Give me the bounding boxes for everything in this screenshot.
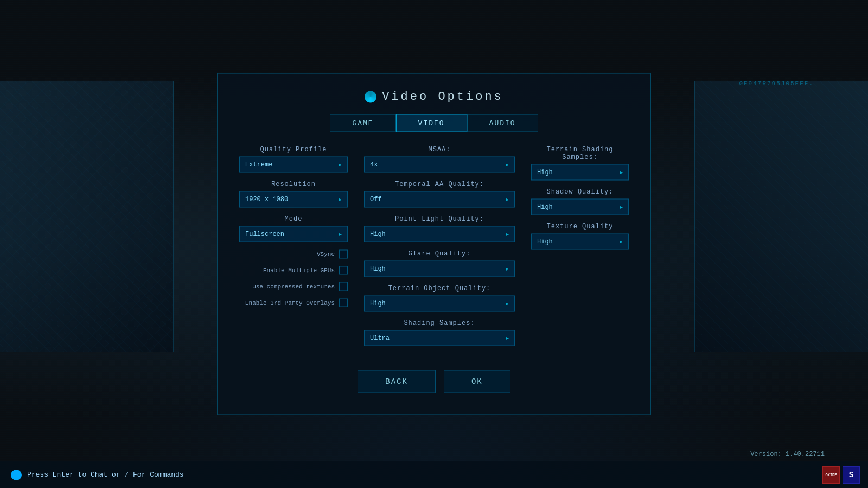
shadow-quality-value: High [537, 203, 553, 211]
tab-video[interactable]: VIDEO [396, 114, 467, 132]
tab-bar: GAME VIDEO AUDIO [239, 114, 629, 132]
quality-profile-value: Extreme [245, 161, 272, 169]
quality-profile-arrow: ▶ [339, 162, 342, 168]
resolution-arrow: ▶ [339, 196, 342, 203]
texture-quality-value: High [537, 238, 553, 246]
mode-value: Fullscreen [245, 230, 284, 238]
dialog-title: Video Options [239, 90, 629, 104]
mode-label: Mode [239, 215, 348, 223]
side-decoration-left [0, 81, 174, 352]
back-button[interactable]: Back [358, 370, 436, 393]
glare-value: High [370, 265, 386, 273]
right-column: Terrain Shading Samples: High ▶ Shadow Q… [531, 146, 629, 354]
terrain-shading-arrow: ▶ [620, 169, 623, 176]
shadow-quality-dropdown[interactable]: High ▶ [531, 199, 629, 215]
terrain-object-dropdown[interactable]: High ▶ [364, 296, 515, 312]
third-party-overlays-label: Enable 3rd Party Overlays [239, 300, 335, 306]
terrain-object-arrow: ▶ [506, 300, 509, 307]
shadow-quality-label: Shadow Quality: [531, 188, 629, 196]
multiple-gpus-row: Enable Multiple GPUs [239, 266, 348, 275]
terrain-shading-dropdown[interactable]: High ▶ [531, 164, 629, 181]
point-light-arrow: ▶ [506, 231, 509, 237]
button-row: Back OK [239, 370, 629, 393]
bottom-bar: Press Enter to Chat or / For Commands [0, 461, 868, 488]
shading-samples-value: Ultra [370, 335, 390, 342]
compressed-textures-checkbox[interactable] [339, 282, 348, 291]
temporal-aa-arrow: ▶ [506, 196, 509, 203]
shadow-quality-arrow: ▶ [620, 204, 623, 210]
ok-button[interactable]: OK [444, 370, 510, 393]
terrain-shading-label: Terrain Shading Samples: [531, 146, 629, 161]
chat-prompt: Press Enter to Chat or / For Commands [27, 471, 184, 479]
multiple-gpus-label: Enable Multiple GPUs [239, 267, 335, 274]
version-text: Version: 1.40.22711 [750, 451, 825, 458]
point-light-label: Point Light Quality: [364, 215, 515, 223]
studio-logo: S [843, 466, 860, 484]
quality-profile-label: Quality Profile [239, 146, 348, 153]
msaa-dropdown[interactable]: 4x ▶ [364, 157, 515, 173]
shading-samples-label: Shading Samples: [364, 319, 515, 327]
third-party-overlays-row: Enable 3rd Party Overlays [239, 299, 348, 307]
shading-samples-arrow: ▶ [506, 335, 509, 342]
shading-samples-dropdown[interactable]: Ultra ▶ [364, 330, 515, 346]
gear-icon [365, 91, 376, 102]
terrain-shading-value: High [537, 169, 553, 176]
terrain-object-label: Terrain Object Quality: [364, 285, 515, 292]
compressed-textures-label: Use compressed textures [239, 284, 335, 290]
content-area: Quality Profile Extreme ▶ Resolution 192… [239, 146, 629, 354]
center-column: MSAA: 4x ▶ Temporal AA Quality: Off ▶ Po… [364, 146, 515, 354]
msaa-arrow: ▶ [506, 162, 509, 168]
glare-dropdown[interactable]: High ▶ [364, 261, 515, 277]
video-options-dialog: Video Options GAME VIDEO AUDIO Quality P… [217, 73, 651, 415]
point-light-value: High [370, 230, 386, 238]
compressed-textures-row: Use compressed textures [239, 282, 348, 291]
temporal-aa-label: Temporal AA Quality: [364, 181, 515, 188]
temporal-aa-value: Off [370, 196, 382, 203]
left-column: Quality Profile Extreme ▶ Resolution 192… [239, 146, 348, 354]
temporal-aa-dropdown[interactable]: Off ▶ [364, 191, 515, 208]
point-light-dropdown[interactable]: High ▶ [364, 226, 515, 242]
resolution-value: 1920 x 1080 [245, 196, 288, 203]
glare-arrow: ▶ [506, 266, 509, 272]
resolution-label: Resolution [239, 181, 348, 188]
chat-icon [11, 470, 22, 480]
texture-quality-dropdown[interactable]: High ▶ [531, 234, 629, 250]
vsync-row: VSync [239, 250, 348, 259]
vsync-label: VSync [239, 251, 335, 258]
tab-audio[interactable]: AUDIO [467, 114, 538, 132]
texture-quality-arrow: ▶ [620, 239, 623, 245]
side-decoration-right [694, 81, 868, 352]
logo-area: OXIDE S [822, 466, 860, 484]
hud-text: 0E947R795J05EEF. [739, 80, 814, 87]
oxide-logo: OXIDE [822, 466, 840, 484]
glare-label: Glare Quality: [364, 250, 515, 258]
mode-dropdown[interactable]: Fullscreen ▶ [239, 226, 348, 242]
third-party-overlays-checkbox[interactable] [339, 299, 348, 307]
resolution-dropdown[interactable]: 1920 x 1080 ▶ [239, 191, 348, 208]
mode-arrow: ▶ [339, 231, 342, 237]
tab-game[interactable]: GAME [330, 114, 395, 132]
multiple-gpus-checkbox[interactable] [339, 266, 348, 275]
terrain-object-value: High [370, 300, 386, 307]
vsync-checkbox[interactable] [339, 250, 348, 259]
msaa-label: MSAA: [364, 146, 515, 153]
msaa-value: 4x [370, 161, 378, 169]
texture-quality-label: Texture Quality [531, 223, 629, 230]
quality-profile-dropdown[interactable]: Extreme ▶ [239, 157, 348, 173]
